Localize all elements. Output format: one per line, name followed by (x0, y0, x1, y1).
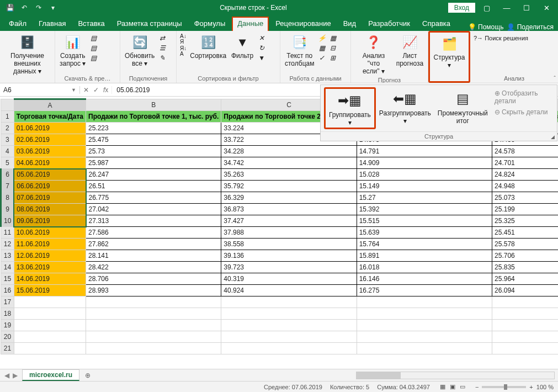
cell[interactable]: 35.792 (221, 181, 357, 192)
share-button[interactable]: 👤 Поделиться (507, 23, 554, 31)
cell[interactable]: 37.427 (221, 215, 357, 227)
row-header[interactable]: 4 (1, 146, 14, 157)
sheet-nav-prev-icon[interactable]: ◀ (4, 372, 9, 379)
tab-insert[interactable]: Вставка (72, 17, 110, 31)
name-box[interactable]: A6▼ (0, 86, 80, 94)
tab-view[interactable]: Вид (338, 17, 362, 31)
cell[interactable] (357, 308, 492, 320)
what-if-button[interactable]: ❓Анализ "что если" ▾ (353, 33, 394, 76)
cell[interactable] (86, 331, 221, 343)
cell[interactable]: 03.06.2019 (14, 146, 86, 157)
cell[interactable]: 25.73 (86, 146, 221, 157)
cell[interactable]: 14.06.2019 (14, 273, 86, 285)
solver-button[interactable]: ?→ Поиск решения (474, 35, 528, 41)
cell[interactable] (492, 308, 558, 320)
page-layout-view-icon[interactable]: ▣ (448, 383, 458, 390)
cell[interactable]: 40.319 (221, 273, 357, 285)
normal-view-icon[interactable]: ▦ (438, 383, 448, 390)
show-detail-button[interactable]: ⊕ Отобразить детали (495, 89, 550, 105)
cell[interactable]: 37.988 (221, 227, 357, 239)
cell[interactable]: 04.06.2019 (14, 157, 86, 169)
tab-help[interactable]: Справка (417, 17, 456, 31)
tab-developer[interactable]: Разработчик (363, 17, 416, 31)
sheet-nav-next-icon[interactable]: ▶ (13, 372, 18, 379)
cell[interactable]: 27.862 (86, 239, 221, 250)
chevron-down-icon[interactable]: ▼ (71, 87, 76, 93)
cell[interactable]: 35.263 (221, 169, 357, 181)
cell[interactable]: 25.987 (86, 157, 221, 169)
ungroup-button[interactable]: ⬅▦Разгруппировать ▾ (376, 87, 434, 129)
hide-detail-button[interactable]: ⊖ Скрыть детали (495, 108, 550, 116)
cell[interactable]: 15.149 (357, 181, 492, 192)
forecast-sheet-button[interactable]: 📈Лист прогноза (394, 33, 426, 69)
cell[interactable]: 15.06.2019 (14, 285, 86, 296)
properties-button[interactable]: ☰ (158, 44, 167, 52)
tab-review[interactable]: Рецензирование (270, 17, 336, 31)
collapse-ribbon-icon[interactable]: ˆ (554, 75, 556, 82)
qat-more-icon[interactable]: ▾ (47, 4, 59, 12)
row-header[interactable]: 12 (1, 239, 14, 250)
zoom-level[interactable]: 100 % (536, 384, 554, 390)
cell[interactable]: 36.873 (221, 204, 357, 215)
row-header[interactable]: 5 (1, 157, 14, 169)
cell[interactable]: 25.073 (492, 192, 558, 204)
cell[interactable] (14, 331, 86, 343)
cell[interactable]: 11.06.2019 (14, 239, 86, 250)
refresh-all-button[interactable]: 🔄Обновить все ▾ (123, 33, 157, 69)
cell[interactable]: 16.018 (357, 262, 492, 273)
cell[interactable]: 15.639 (357, 227, 492, 239)
cell[interactable] (14, 308, 86, 320)
clear-filter-button[interactable]: ✕ (257, 34, 266, 43)
from-table-button[interactable]: ▤ (89, 44, 98, 52)
minimize-icon[interactable]: — (498, 4, 515, 12)
row-header[interactable]: 10 (1, 215, 14, 227)
cell[interactable]: 28.706 (86, 273, 221, 285)
sheet-tab-active[interactable]: microexcel.ru (22, 369, 79, 381)
group-button[interactable]: ➡▦Группировать ▾ (324, 87, 376, 129)
data-validation-button[interactable]: ✓ (317, 54, 326, 62)
cell[interactable]: 14.909 (357, 157, 492, 169)
cell[interactable]: 25.199 (492, 204, 558, 215)
login-button[interactable]: Вход (448, 3, 475, 13)
cell[interactable]: 15.27 (357, 192, 492, 204)
text-to-columns-button[interactable]: 📑Текст по столбцам (283, 33, 316, 69)
cell[interactable]: 39.723 (221, 262, 357, 273)
cell[interactable]: 34.742 (221, 157, 357, 169)
cell[interactable]: 27.586 (86, 227, 221, 239)
connections-button[interactable]: ⇄ (158, 34, 167, 43)
cell[interactable]: Торговая точка/Дата (14, 111, 86, 123)
cell[interactable]: 24.948 (492, 181, 558, 192)
cell[interactable]: 24.824 (492, 169, 558, 181)
cell[interactable]: 25.964 (492, 273, 558, 285)
row-header[interactable]: 1 (1, 111, 14, 123)
cell[interactable] (492, 331, 558, 343)
zoom-control[interactable]: −+100 % (475, 384, 554, 390)
row-header[interactable]: 7 (1, 181, 14, 192)
fx-icon[interactable]: fx (103, 86, 108, 94)
cell[interactable]: 15.764 (357, 239, 492, 250)
row-header[interactable]: 8 (1, 192, 14, 204)
relationships-button[interactable]: ⊟ (328, 44, 337, 52)
cell[interactable] (14, 296, 86, 308)
cell[interactable]: 25.835 (492, 262, 558, 273)
cell[interactable]: 27.042 (86, 204, 221, 215)
outline-button[interactable]: 🗂️Структура ▾ (432, 34, 466, 71)
reapply-button[interactable]: ↻ (257, 44, 266, 52)
cell[interactable]: 09.06.2019 (14, 215, 86, 227)
redo-icon[interactable]: ↷ (33, 4, 44, 12)
row-header[interactable]: 11 (1, 227, 14, 239)
cell[interactable]: 15.392 (357, 204, 492, 215)
row-header[interactable]: 18 (1, 308, 14, 320)
cell[interactable]: 10.06.2019 (14, 227, 86, 239)
show-queries-button[interactable]: ▤ (89, 34, 98, 43)
new-query-button[interactable]: 📊Создать запрос ▾ (57, 33, 88, 69)
cell[interactable] (492, 343, 558, 354)
cell[interactable] (86, 343, 221, 354)
cell[interactable] (492, 296, 558, 308)
filter-button[interactable]: ▼Фильтр (228, 33, 256, 61)
sort-asc-button[interactable]: A↓ Я (180, 34, 187, 45)
enter-formula-icon[interactable]: ✓ (93, 86, 99, 94)
consolidate-button[interactable]: ▦ (328, 34, 337, 43)
col-header[interactable]: B (86, 99, 221, 111)
row-header[interactable]: 15 (1, 273, 14, 285)
